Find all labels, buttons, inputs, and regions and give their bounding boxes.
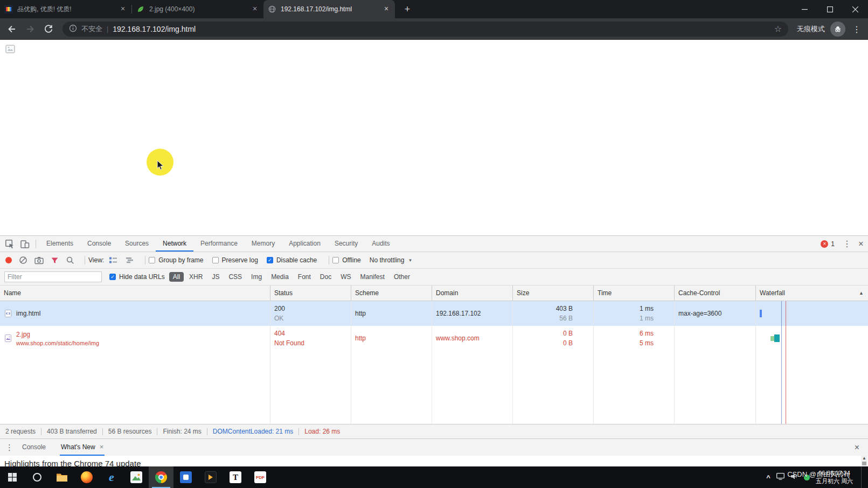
cortana-search-icon[interactable] bbox=[25, 466, 50, 488]
hide-data-urls-checkbox[interactable]: ✓Hide data URLs bbox=[109, 273, 165, 281]
device-toolbar-icon[interactable] bbox=[17, 236, 32, 252]
tab-img-html-active[interactable]: 192.168.17.102/img.html × bbox=[263, 0, 395, 18]
refresh-button[interactable] bbox=[40, 20, 57, 38]
separator bbox=[85, 256, 85, 264]
filter-pill-all[interactable]: All bbox=[169, 272, 184, 282]
clear-button[interactable] bbox=[19, 256, 27, 264]
show-desktop-button[interactable] bbox=[861, 466, 865, 488]
whats-new-heading: Highlights from the Chrome 74 update bbox=[0, 456, 868, 467]
tab-close-icon[interactable]: × bbox=[119, 5, 127, 13]
tab-network[interactable]: Network bbox=[156, 236, 193, 252]
internet-explorer-icon[interactable]: e bbox=[99, 466, 124, 488]
capture-screenshots-icon[interactable] bbox=[34, 256, 44, 264]
tab-audits[interactable]: Audits bbox=[365, 236, 397, 252]
error-count: 1 bbox=[831, 240, 835, 248]
blue-app-icon[interactable] bbox=[173, 466, 198, 488]
table-row-img-html[interactable]: img.html 200 OK http 192.168.17.102 403 … bbox=[0, 301, 868, 326]
record-button[interactable] bbox=[5, 257, 12, 263]
tab-security[interactable]: Security bbox=[328, 236, 365, 252]
tab-memory[interactable]: Memory bbox=[245, 236, 282, 252]
tab-performance[interactable]: Performance bbox=[193, 236, 245, 252]
new-tab-button[interactable]: + bbox=[400, 2, 414, 16]
filter-pill-other[interactable]: Other bbox=[390, 272, 414, 282]
column-header-status[interactable]: Status bbox=[270, 285, 351, 301]
filter-pill-font[interactable]: Font bbox=[294, 272, 315, 282]
filter-pill-js[interactable]: JS bbox=[208, 272, 223, 282]
inspect-element-icon[interactable] bbox=[2, 236, 17, 252]
tab-console[interactable]: Console bbox=[80, 236, 118, 252]
media-player-icon[interactable] bbox=[198, 466, 223, 488]
column-header-waterfall[interactable]: Waterfall ▲ bbox=[756, 285, 868, 301]
click-highlight-circle bbox=[147, 149, 173, 176]
throttling-dropdown[interactable]: No throttling ▼ bbox=[370, 256, 413, 264]
large-rows-toggle-icon[interactable] bbox=[108, 255, 118, 265]
tray-expand-icon[interactable]: ^ bbox=[766, 473, 770, 482]
bookmark-star-icon[interactable]: ☆ bbox=[774, 25, 782, 33]
close-window-button[interactable] bbox=[843, 0, 868, 18]
drawer-tab-console[interactable]: Console bbox=[21, 439, 47, 456]
back-button[interactable] bbox=[3, 20, 20, 38]
tab-sources[interactable]: Sources bbox=[118, 236, 156, 252]
scrollbar-thumb[interactable] bbox=[862, 462, 866, 465]
disable-cache-checkbox[interactable]: ✓Disable cache bbox=[267, 256, 317, 264]
security-label[interactable]: 不安全 bbox=[81, 24, 102, 34]
scrollbar[interactable]: ▲ bbox=[861, 456, 867, 467]
table-row-2jpg[interactable]: 2.jpg www.shop.com/static/home/img 404 N… bbox=[0, 326, 868, 351]
tab-application[interactable]: Application bbox=[282, 236, 328, 252]
filter-pill-ws[interactable]: WS bbox=[337, 272, 355, 282]
incognito-avatar-icon[interactable] bbox=[830, 22, 845, 37]
minimize-button[interactable] bbox=[792, 0, 817, 18]
maximize-button[interactable] bbox=[817, 0, 843, 18]
scroll-up-icon[interactable]: ▲ bbox=[862, 456, 866, 461]
tab-close-icon[interactable]: × bbox=[251, 5, 259, 13]
filter-pill-css[interactable]: CSS bbox=[225, 272, 246, 282]
waterfall-cell bbox=[756, 301, 868, 326]
column-header-scheme[interactable]: Scheme bbox=[351, 285, 432, 301]
devtools-close-icon[interactable]: × bbox=[854, 239, 868, 249]
filter-pill-xhr[interactable]: XHR bbox=[185, 272, 206, 282]
address-bar[interactable]: 不安全 | 192.168.17.102/img.html ☆ bbox=[63, 22, 788, 37]
pinyougou-favicon bbox=[4, 5, 13, 13]
drawer-close-icon[interactable]: × bbox=[855, 443, 859, 452]
filter-pill-manifest[interactable]: Manifest bbox=[357, 272, 388, 282]
url-text[interactable]: 192.168.17.102/img.html bbox=[113, 25, 770, 33]
pdf-app-icon[interactable]: PDF bbox=[248, 466, 273, 488]
browser-menu-icon[interactable]: ⋮ bbox=[851, 24, 863, 34]
filter-funnel-icon[interactable] bbox=[51, 256, 59, 264]
drawer-tab-whats-new[interactable]: What's New × bbox=[60, 439, 105, 456]
firefox-icon[interactable] bbox=[74, 466, 99, 488]
search-icon[interactable] bbox=[66, 256, 74, 264]
file-explorer-icon[interactable] bbox=[50, 466, 74, 488]
column-header-time[interactable]: Time bbox=[594, 285, 675, 301]
close-tab-icon[interactable]: × bbox=[100, 443, 104, 451]
column-header-domain[interactable]: Domain bbox=[432, 285, 513, 301]
tab-close-icon[interactable]: × bbox=[382, 5, 391, 13]
overview-toggle-icon[interactable] bbox=[125, 255, 135, 265]
typora-icon[interactable]: T bbox=[223, 466, 248, 488]
separator bbox=[329, 256, 329, 264]
filter-pill-doc[interactable]: Doc bbox=[316, 272, 335, 282]
waterfall-waiting-bar bbox=[770, 336, 774, 341]
tab-pinyougou[interactable]: 品优购, 优质! 优质! × bbox=[0, 0, 131, 18]
column-header-size[interactable]: Size bbox=[513, 285, 594, 301]
forward-button[interactable] bbox=[22, 20, 39, 38]
time-latency: 5 ms bbox=[640, 339, 654, 347]
devtools-menu-icon[interactable]: ⋮ bbox=[840, 239, 854, 249]
filter-pill-media[interactable]: Media bbox=[267, 272, 293, 282]
filter-pill-img[interactable]: Img bbox=[247, 272, 266, 282]
offline-checkbox[interactable]: Offline bbox=[332, 256, 360, 264]
network-icon[interactable] bbox=[776, 472, 784, 482]
tab-2jpg[interactable]: 2.jpg (400×400) × bbox=[132, 0, 263, 18]
error-count-badge[interactable]: × 1 bbox=[821, 240, 835, 248]
group-by-frame-checkbox[interactable]: Group by frame bbox=[149, 256, 203, 264]
tab-elements[interactable]: Elements bbox=[39, 236, 80, 252]
column-header-cache-control[interactable]: Cache-Control bbox=[675, 285, 756, 301]
chrome-icon[interactable] bbox=[149, 466, 173, 488]
preserve-log-checkbox[interactable]: Preserve log bbox=[212, 256, 258, 264]
start-button[interactable] bbox=[0, 466, 25, 488]
photos-app-icon[interactable] bbox=[124, 466, 149, 488]
drawer-menu-icon[interactable]: ⋮ bbox=[5, 443, 13, 452]
filter-input[interactable] bbox=[4, 271, 102, 282]
column-header-name[interactable]: Name bbox=[0, 285, 270, 301]
info-icon[interactable] bbox=[69, 24, 77, 34]
